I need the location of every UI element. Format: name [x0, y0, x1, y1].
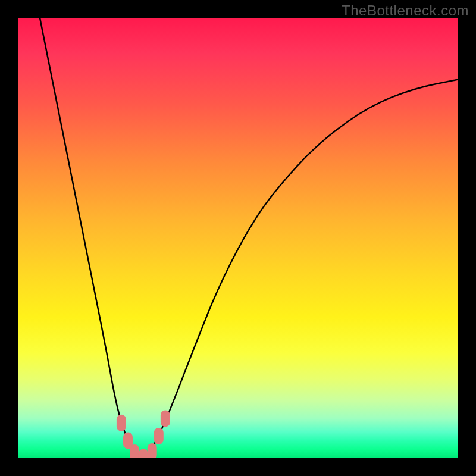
watermark-text: TheBottleneck.com [342, 2, 469, 19]
marker-pill [154, 428, 164, 444]
chart-container: TheBottleneck.com [0, 0, 476, 476]
plot-area [18, 18, 458, 458]
marker-pill [161, 410, 170, 427]
marker-pill [139, 449, 148, 459]
bottleneck-curve [40, 18, 458, 458]
marker-group [117, 410, 170, 458]
curve-svg [18, 18, 458, 458]
marker-pill [130, 444, 139, 458]
marker-pill [117, 415, 126, 431]
marker-pill [148, 443, 157, 458]
